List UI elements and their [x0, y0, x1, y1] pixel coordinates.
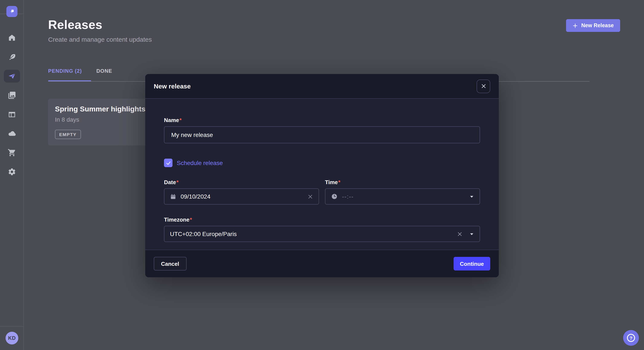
help-button[interactable]: ?: [623, 330, 639, 346]
name-input[interactable]: My new release: [164, 126, 480, 143]
sidebar-item-marketplace[interactable]: [4, 146, 20, 159]
required-marker: *: [180, 117, 182, 123]
checkmark-icon: [166, 160, 171, 166]
sidebar-item-settings[interactable]: [4, 166, 20, 178]
sidebar: KD: [0, 0, 24, 350]
gear-icon: [8, 168, 16, 176]
timezone-clear-button[interactable]: [457, 231, 462, 237]
required-marker: *: [190, 216, 192, 223]
date-field-label: Date*: [164, 179, 319, 185]
timezone-select[interactable]: UTC+02:00 Europe/Paris: [164, 226, 480, 242]
paper-plane-icon: [8, 72, 16, 80]
timezone-select-value: UTC+02:00 Europe/Paris: [170, 230, 453, 237]
new-release-modal: New release Name* My new release: [145, 74, 499, 277]
question-mark-icon: ?: [627, 334, 635, 342]
sidebar-item-content-manager[interactable]: [4, 51, 20, 63]
date-input[interactable]: 09/10/2024: [164, 188, 319, 204]
sidebar-item-home[interactable]: [4, 31, 20, 44]
sidebar-item-deploy[interactable]: [4, 127, 20, 140]
clear-icon: [457, 231, 462, 237]
home-icon: [8, 34, 16, 42]
modal-footer: Cancel Continue: [145, 250, 499, 277]
sidebar-item-releases[interactable]: [4, 70, 20, 82]
cloud-icon: [8, 129, 16, 138]
required-marker: *: [338, 179, 340, 185]
name-field-label: Name*: [164, 117, 480, 123]
layout-icon: [8, 110, 16, 119]
sidebar-divider: [0, 326, 24, 327]
chevron-down-icon: [469, 232, 474, 236]
date-clear-button[interactable]: [308, 194, 313, 199]
sidebar-item-content-type-builder[interactable]: [4, 108, 20, 121]
tab-done[interactable]: DONE: [96, 68, 112, 76]
page-title: Releases: [48, 18, 102, 32]
new-release-button-label: New Release: [581, 22, 614, 28]
modal-body: Name* My new release Schedule release Da…: [145, 99, 499, 250]
schedule-release-checkbox-row[interactable]: Schedule release: [164, 159, 480, 167]
time-field-label: Time*: [325, 179, 480, 185]
tab-pending[interactable]: PENDING (2): [48, 68, 82, 76]
required-marker: *: [176, 179, 178, 185]
schedule-checkbox-label: Schedule release: [177, 160, 223, 166]
page-subtitle: Create and manage content updates: [48, 36, 152, 43]
modal-header: New release: [145, 74, 499, 99]
clock-icon: [331, 193, 338, 200]
avatar-initials: KD: [8, 335, 16, 341]
plus-icon: [572, 23, 578, 28]
calendar-icon: [170, 193, 176, 200]
modal-close-button[interactable]: [476, 79, 490, 93]
time-field: Time* --:--: [325, 179, 480, 204]
continue-button[interactable]: Continue: [454, 257, 490, 270]
feather-icon: [8, 53, 16, 61]
clear-icon: [308, 194, 313, 199]
timezone-field-label: Timezone*: [164, 216, 480, 223]
date-input-value: 09/10/2024: [180, 193, 303, 200]
status-badge: EMPTY: [55, 130, 81, 139]
date-time-row: Date* 09/10/2024: [164, 179, 480, 204]
avatar[interactable]: KD: [6, 332, 18, 345]
schedule-checkbox[interactable]: [164, 159, 172, 167]
close-icon: [481, 83, 486, 89]
name-input-value: My new release: [171, 131, 213, 138]
images-icon: [8, 91, 16, 100]
tab-bar: PENDING (2) DONE: [48, 68, 112, 76]
strapi-logo-glyph: [8, 8, 16, 15]
time-input[interactable]: --:--: [325, 188, 480, 204]
cancel-button[interactable]: Cancel: [154, 257, 186, 270]
app-root: KD Releases Create and manage content up…: [0, 0, 644, 350]
sidebar-nav: [0, 28, 24, 178]
sidebar-item-media-library[interactable]: [4, 89, 20, 102]
date-field: Date* 09/10/2024: [164, 179, 319, 204]
strapi-logo-icon[interactable]: [6, 6, 18, 17]
chevron-down-icon: [469, 194, 474, 199]
time-input-placeholder: --:--: [342, 193, 465, 200]
new-release-button[interactable]: New Release: [566, 19, 620, 32]
cart-icon: [8, 149, 16, 157]
modal-title: New release: [154, 82, 190, 90]
